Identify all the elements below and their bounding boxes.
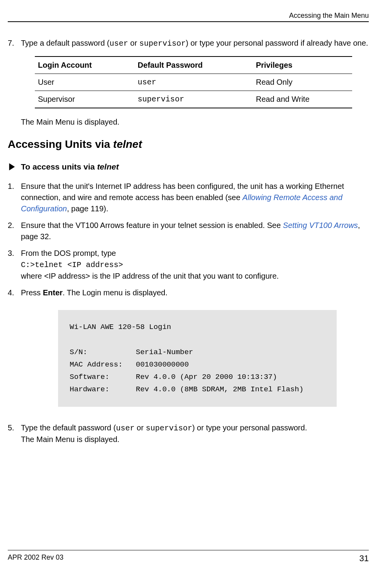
code-text: user [116, 424, 135, 433]
step-number: 5. [8, 422, 21, 445]
accounts-table: Login Account Default Password Privilege… [35, 56, 369, 108]
step-text: Type a default password (user or supervi… [21, 38, 369, 49]
page-number: 31 [359, 553, 369, 564]
text: To access units via [21, 162, 97, 171]
procedure-title-row: To access units via telnet [8, 162, 369, 171]
running-header: Accessing the Main Menu [8, 12, 369, 20]
text: or [135, 423, 146, 432]
step-text: Type the default password (user or super… [21, 422, 369, 445]
step-number: 1. [8, 181, 21, 214]
cell: User [35, 74, 135, 91]
cross-ref-link[interactable]: Setting VT100 Arrows [283, 221, 358, 230]
text: Ensure that the VT100 Arrows feature in … [21, 221, 283, 230]
step-text: From the DOS prompt, type C:>telnet <IP … [21, 248, 369, 282]
text: where <IP address> is the IP address of … [21, 272, 279, 280]
col-default-password: Default Password [135, 57, 253, 74]
code-text: supervisor [139, 39, 186, 48]
step-number: 2. [8, 220, 21, 242]
text: From the DOS prompt, type [21, 249, 116, 257]
page-footer: APR 2002 Rev 03 31 [8, 550, 369, 564]
footer-left: APR 2002 Rev 03 [8, 553, 63, 564]
col-login-account: Login Account [35, 57, 135, 74]
text: Type a default password ( [21, 39, 110, 47]
code-text: user [110, 39, 128, 48]
step-7: 7. Type a default password (user or supe… [8, 38, 369, 49]
table-header-row: Login Account Default Password Privilege… [35, 57, 352, 74]
key-name: Enter [43, 288, 63, 297]
footer-rule [8, 550, 369, 550]
section-heading: Accessing Units via telnet [8, 138, 369, 151]
step-number: 4. [8, 287, 21, 298]
step-2: 2. Ensure that the VT100 Arrows feature … [8, 220, 369, 242]
step-text: Ensure that the unit's Internet IP addre… [21, 181, 369, 214]
step-4: 4. Press Enter. The Login menu is displa… [8, 287, 369, 298]
step-1: 1. Ensure that the unit's Internet IP ad… [8, 181, 369, 214]
login-screen-codebox: Wi-LAN AWE 120-58 Login S/N: Serial-Numb… [58, 310, 337, 407]
code-text: C:>telnet <IP address> [21, 260, 123, 269]
text: . The Login menu is displayed. [63, 288, 168, 297]
cell: Supervisor [35, 91, 135, 108]
text: or [128, 39, 139, 47]
step-3: 3. From the DOS prompt, type C:>telnet <… [8, 248, 369, 282]
text: , page 119). [67, 204, 108, 213]
text: ) or type your personal password if alre… [186, 39, 368, 47]
after-table-text: The Main Menu is displayed. [21, 118, 369, 127]
col-privileges: Privileges [253, 57, 352, 74]
step-text: Press Enter. The Login menu is displayed… [21, 287, 369, 298]
text-italic: telnet [97, 162, 119, 171]
code-text: supervisor [146, 424, 192, 433]
header-rule [8, 21, 369, 22]
step-number: 3. [8, 248, 21, 282]
table-row: Supervisor supervisor Read and Write [35, 91, 352, 108]
text: Accessing Units via [8, 138, 113, 150]
cell: Read Only [253, 74, 352, 91]
step-number: 7. [8, 38, 21, 49]
text: The Main Menu is displayed. [21, 435, 120, 444]
procedure-arrow-icon [8, 163, 17, 171]
step-5: 5. Type the default password (user or su… [8, 422, 369, 445]
cell: supervisor [135, 91, 253, 108]
text-italic: telnet [113, 138, 142, 150]
table-row: User user Read Only [35, 74, 352, 91]
text: Press [21, 288, 43, 297]
text: Type the default password ( [21, 423, 116, 432]
text: ) or type your personal password. [192, 423, 307, 432]
cell: user [135, 74, 253, 91]
cell: Read and Write [253, 91, 352, 108]
procedure-title: To access units via telnet [21, 162, 119, 171]
step-text: Ensure that the VT100 Arrows feature in … [21, 220, 369, 242]
